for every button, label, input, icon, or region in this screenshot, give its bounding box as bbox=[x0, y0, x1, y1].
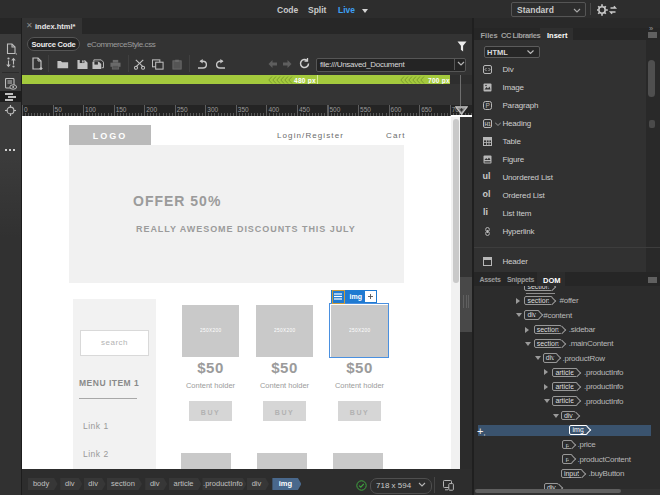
svg-text:P: P bbox=[486, 101, 490, 108]
svg-text:H1: H1 bbox=[484, 120, 491, 126]
